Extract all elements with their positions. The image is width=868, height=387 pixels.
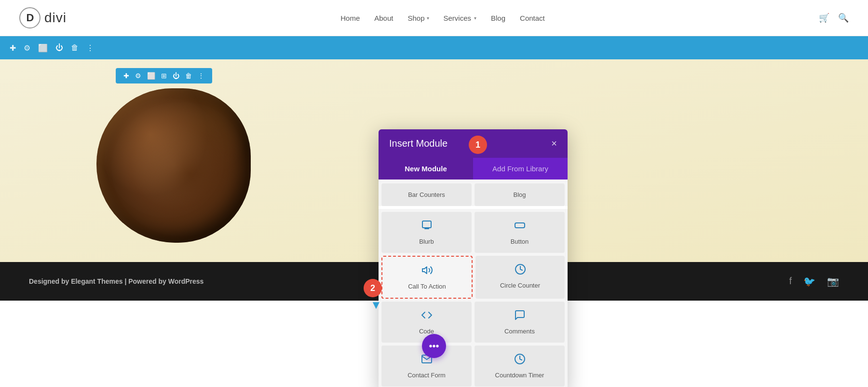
contact-form-label: Contact Form [407,372,446,379]
module-partial-top-row: Bar Counters Blog [379,180,568,206]
dialog-title: Insert Module [389,138,448,149]
module-countdown-timer[interactable]: Countdown Timer [475,346,565,387]
call-to-action-label: Call To Action [408,283,446,290]
code-icon [421,309,433,324]
floating-dots-button[interactable]: ••• [422,334,446,358]
module-row-4: Contact Form Countdown Timer [381,346,565,387]
partial-row: Bar Counters Blog [381,183,565,206]
circle-counter-icon [515,263,526,278]
svg-rect-0 [422,221,431,228]
nav-contact[interactable]: Contact [520,14,545,22]
module-comments[interactable]: Comments [475,302,565,343]
instagram-icon[interactable]: 📷 [827,276,839,287]
nav-blog[interactable]: Blog [491,14,505,22]
step-badge-1: 1 [469,136,487,154]
module-grid: Blurb Button [379,209,568,387]
blurb-icon [421,220,433,234]
blurb-label: Blurb [419,238,434,245]
builder-power-icon[interactable]: ⏻ [55,43,63,52]
module-call-to-action[interactable]: Call To Action [381,256,473,299]
dialog-close-button[interactable]: × [551,138,557,149]
dialog-tabs: New Module Add From Library [379,158,568,180]
logo[interactable]: D divi [19,7,67,28]
cart-icon[interactable]: 🛒 [819,13,829,23]
step-badge-2: 2 [364,279,382,297]
shop-chevron: ▾ [427,15,429,21]
facebook-icon[interactable]: f [789,276,792,287]
button-icon [514,220,526,234]
module-row-3: Code Comments [381,302,565,343]
module-row-2: Call To Action Circle Counter [381,256,565,299]
comments-label: Comments [504,328,535,335]
countdown-timer-label: Countdown Timer [495,372,544,379]
svg-marker-4 [422,267,427,274]
logo-circle: D [19,7,41,28]
search-icon[interactable]: 🔍 [838,13,849,23]
row-settings-icon[interactable]: ⚙ [135,72,141,80]
main-content-area: ✚ ⚙ ⬜ ⊞ ⏻ 🗑 ⋮ + 1 2 ▼ Insert Module × [0,59,868,262]
services-chevron: ▾ [474,15,476,21]
insert-module-overlay: Insert Module × New Module Add From Libr… [379,129,568,387]
main-nav: Home About Shop ▾ Services▾ Blog Contact [340,14,545,22]
nav-home[interactable]: Home [340,14,360,22]
builder-more-icon[interactable]: ⋮ [86,43,94,53]
row-toolbar: ✚ ⚙ ⬜ ⊞ ⏻ 🗑 ⋮ [116,68,212,83]
row-trash-icon[interactable]: 🗑 [185,72,192,80]
row-columns-icon[interactable]: ⬜ [147,72,155,80]
tab-add-from-library[interactable]: Add From Library [473,158,568,180]
countdown-timer-icon [514,353,526,368]
svg-rect-3 [515,223,525,228]
builder-trash-icon[interactable]: 🗑 [71,43,79,52]
nav-shop[interactable]: Shop ▾ [407,14,429,22]
logo-text: divi [44,10,67,26]
nav-about[interactable]: About [374,14,393,22]
module-row-1: Blurb Button [381,212,565,253]
row-grid-icon[interactable]: ⊞ [161,72,167,80]
comments-icon [514,309,526,324]
twitter-icon[interactable]: 🐦 [803,276,815,287]
module-bar-counters[interactable]: Bar Counters [381,183,472,206]
footer-social: f 🐦 📷 [789,276,839,287]
row-more-icon[interactable]: ⋮ [198,72,204,80]
header: D divi Home About Shop ▾ Services▾ Blog … [0,0,868,36]
nav-icon-group: 🛒 🔍 [819,13,849,23]
row-power-icon[interactable]: ⏻ [173,72,179,80]
builder-settings-icon[interactable]: ⚙ [24,43,30,53]
footer-credit: Designed by Elegant Themes | Powered by … [29,277,203,285]
module-blurb[interactable]: Blurb [381,212,472,253]
call-to-action-icon [421,264,433,279]
module-circle-counter[interactable]: Circle Counter [475,256,565,299]
builder-add-icon[interactable]: ✚ [10,43,16,53]
page-builder-toolbar: ✚ ⚙ ⬜ ⏻ 🗑 ⋮ [0,36,868,59]
tab-new-module[interactable]: New Module [379,158,473,180]
builder-copy-icon[interactable]: ⬜ [38,43,48,53]
arrow-pointer: ▼ [370,298,382,312]
button-label: Button [511,238,529,245]
food-image [96,88,251,243]
row-add-icon[interactable]: ✚ [123,72,129,80]
circle-counter-label: Circle Counter [500,282,540,289]
module-blog[interactable]: Blog [475,183,565,206]
insert-module-dialog: Insert Module × New Module Add From Libr… [379,129,568,387]
module-button[interactable]: Button [475,212,565,253]
nav-services[interactable]: Services [444,14,472,22]
